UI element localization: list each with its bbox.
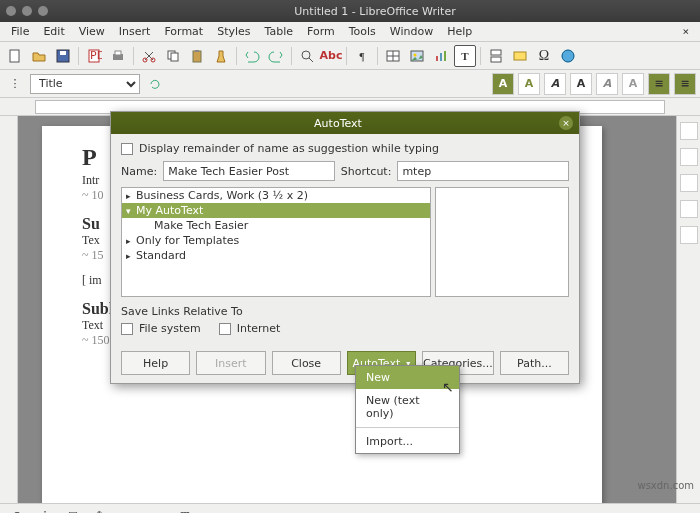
svg-rect-19 <box>444 51 446 61</box>
help-button[interactable]: Help <box>121 351 190 375</box>
menu-edit[interactable]: Edit <box>36 23 71 40</box>
find-icon[interactable] <box>296 45 318 67</box>
menu-item-import[interactable]: Import... <box>356 430 459 453</box>
menu-help[interactable]: Help <box>440 23 479 40</box>
redo-icon[interactable] <box>265 45 287 67</box>
tree-item[interactable]: Business Cards, Work (3 ½ x 2) <box>122 188 430 203</box>
standard-toolbar: PDF Abc ¶ T Ω <box>0 42 700 70</box>
save-icon[interactable] <box>52 45 74 67</box>
autotext-tree[interactable]: Business Cards, Work (3 ½ x 2) My AutoTe… <box>121 187 431 297</box>
new-doc-icon[interactable] <box>4 45 26 67</box>
display-remainder-label: Display remainder of name as suggestion … <box>139 142 439 155</box>
tree-item-selected[interactable]: My AutoText <box>122 203 430 218</box>
cut-icon[interactable] <box>138 45 160 67</box>
find-close-icon[interactable]: ⊗ <box>6 505 28 514</box>
mail-merge-icon[interactable]: ✉ <box>62 505 84 514</box>
indent-inc-icon[interactable]: ≡ <box>146 505 168 514</box>
insert-button[interactable]: Insert <box>196 351 265 375</box>
hyperlink-icon[interactable] <box>557 45 579 67</box>
sidebar-page-icon[interactable] <box>680 226 698 244</box>
tree-item-child[interactable]: Make Tech Easier <box>122 218 430 233</box>
menu-tools[interactable]: Tools <box>342 23 383 40</box>
source-style-icon[interactable]: A <box>622 73 644 95</box>
svg-rect-10 <box>171 53 178 61</box>
sidebar-styles-icon[interactable] <box>680 148 698 166</box>
watermark: wsxdn.com <box>637 480 694 491</box>
dialog-titlebar[interactable]: AutoText × <box>111 112 579 134</box>
find-toolbar: ⊗ ⋮ ✉ ✎ ≡ ≡ ▦ <box>0 503 700 513</box>
menu-window[interactable]: Window <box>383 23 440 40</box>
paste-icon[interactable] <box>186 45 208 67</box>
field-icon[interactable] <box>509 45 531 67</box>
grip-icon[interactable]: ⋮ <box>4 73 26 95</box>
sidebar-navigator-icon[interactable] <box>680 200 698 218</box>
svg-rect-20 <box>491 50 501 55</box>
close-button[interactable]: Close <box>272 351 341 375</box>
tree-item[interactable]: Only for Templates <box>122 233 430 248</box>
special-char-icon[interactable]: Ω <box>533 45 555 67</box>
window-controls[interactable] <box>6 6 48 16</box>
minimize-window-icon[interactable] <box>22 6 32 16</box>
sidebar-gallery-icon[interactable] <box>680 174 698 192</box>
dialog-close-x[interactable]: × <box>675 23 696 40</box>
menu-form[interactable]: Form <box>300 23 342 40</box>
export-pdf-icon[interactable]: PDF <box>83 45 105 67</box>
heading1-style-icon[interactable]: A <box>492 73 514 95</box>
find-grip-icon[interactable]: ⋮ <box>34 505 56 514</box>
svg-point-23 <box>562 50 574 62</box>
dialog-close-icon[interactable]: × <box>559 116 573 130</box>
menu-file[interactable]: File <box>4 23 36 40</box>
open-icon[interactable] <box>28 45 50 67</box>
display-remainder-checkbox[interactable] <box>121 143 133 155</box>
path-button[interactable]: Path... <box>500 351 569 375</box>
shortcut-input[interactable] <box>397 161 569 181</box>
image-icon[interactable] <box>406 45 428 67</box>
update-style-icon[interactable] <box>144 73 166 95</box>
file-system-label: File system <box>139 322 201 335</box>
menu-view[interactable]: View <box>72 23 112 40</box>
svg-rect-12 <box>195 50 199 52</box>
menu-insert[interactable]: Insert <box>112 23 158 40</box>
menu-item-new-text[interactable]: New (text only) <box>356 389 459 425</box>
clone-format-icon[interactable] <box>210 45 232 67</box>
print-icon[interactable] <box>107 45 129 67</box>
tree-item[interactable]: Standard <box>122 248 430 263</box>
svg-point-13 <box>302 51 310 59</box>
file-system-checkbox[interactable] <box>121 323 133 335</box>
heading2-style-icon[interactable]: A <box>518 73 540 95</box>
nonprinting-icon[interactable]: ¶ <box>351 45 373 67</box>
shortcut-label: Shortcut: <box>341 165 392 178</box>
svg-rect-2 <box>60 51 66 55</box>
maximize-window-icon[interactable] <box>38 6 48 16</box>
spellcheck-icon[interactable]: Abc <box>320 45 342 67</box>
menu-styles[interactable]: Styles <box>210 23 257 40</box>
paragraph-style-select[interactable]: Title <box>30 74 140 94</box>
textbox-icon[interactable]: T <box>454 45 476 67</box>
name-input[interactable] <box>163 161 335 181</box>
vertical-ruler[interactable] <box>0 116 18 503</box>
internet-checkbox[interactable] <box>219 323 231 335</box>
chart-icon[interactable] <box>430 45 452 67</box>
table-icon[interactable] <box>382 45 404 67</box>
numlist-style-icon[interactable]: ≡ <box>674 73 696 95</box>
dialog-title: AutoText <box>117 117 559 130</box>
close-window-icon[interactable] <box>6 6 16 16</box>
formatting-toolbar: ⋮ Title A A A A A A ≡ ≡ <box>0 70 700 98</box>
track-changes-icon[interactable]: ✎ <box>90 505 112 514</box>
menu-format[interactable]: Format <box>157 23 210 40</box>
list-style-icon[interactable]: ≡ <box>648 73 670 95</box>
undo-icon[interactable] <box>241 45 263 67</box>
strong-style-icon[interactable]: A <box>570 73 592 95</box>
emphasis-style-icon[interactable]: A <box>544 73 566 95</box>
window-title: Untitled 1 - LibreOffice Writer <box>56 5 694 18</box>
indent-dec-icon[interactable]: ≡ <box>118 505 140 514</box>
quote-style-icon[interactable]: A <box>596 73 618 95</box>
svg-rect-21 <box>491 57 501 62</box>
menu-table[interactable]: Table <box>258 23 300 40</box>
page-break-icon[interactable] <box>485 45 507 67</box>
menu-bar: File Edit View Insert Format Styles Tabl… <box>0 22 700 42</box>
menu-item-new[interactable]: New <box>356 366 459 389</box>
copy-icon[interactable] <box>162 45 184 67</box>
sidebar-properties-icon[interactable] <box>680 122 698 140</box>
columns-icon[interactable]: ▦ <box>174 505 196 514</box>
